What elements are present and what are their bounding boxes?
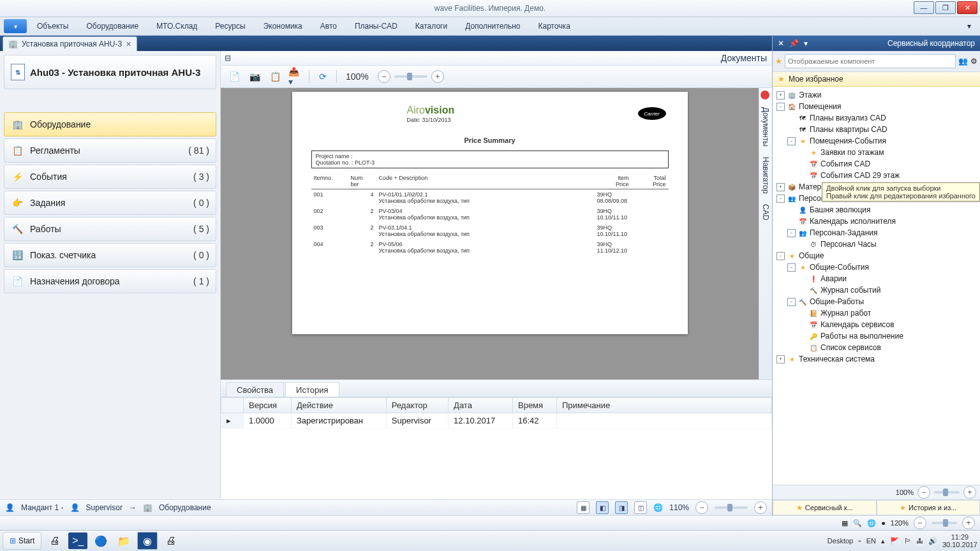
tree-toggle-icon[interactable]: + <box>776 91 785 99</box>
tree-node[interactable]: +★Техническая система <box>774 353 979 365</box>
view-icon[interactable]: ◨ <box>615 501 628 514</box>
status-icon[interactable]: 🌐 <box>867 519 876 527</box>
dropdown-icon[interactable]: ▾ <box>804 39 808 48</box>
zoom-slider[interactable] <box>932 522 957 524</box>
tree-toggle-icon[interactable]: - <box>776 252 785 260</box>
tree-node[interactable]: -👥Персонал-Задания <box>774 227 979 239</box>
panel-tab-service[interactable]: ★Сервисный к... <box>773 500 877 515</box>
star-icon[interactable]: ★ <box>775 57 782 66</box>
new-doc-icon[interactable]: 📄 <box>227 70 241 84</box>
sidebar-item[interactable]: ⚡События( 3 ) <box>4 165 216 189</box>
pin-icon[interactable]: ⊟ <box>225 54 231 62</box>
tree-toggle-icon[interactable]: - <box>787 229 796 237</box>
sidebar-item[interactable]: 📋Регламенты( 81 ) <box>4 138 216 163</box>
taskbar-chrome-icon[interactable]: 🔵 <box>91 533 110 549</box>
col-version[interactable]: Версия <box>244 398 292 413</box>
sidebar-item[interactable]: 🏢Оборудование <box>4 112 216 136</box>
grid-row[interactable]: ▸ 1.0000ЗарегистрированSupervisor 12.10.… <box>221 413 772 429</box>
camera-icon[interactable]: 📷 <box>248 70 262 84</box>
tree-node[interactable]: 📅Календарь исполнителя <box>774 216 979 227</box>
side-tab-navigator[interactable]: Навигатор <box>761 157 770 194</box>
status-icon[interactable]: ▦ <box>842 519 848 527</box>
zoom-out-button[interactable]: − <box>914 517 926 529</box>
menu-item[interactable]: Карточка <box>530 19 579 33</box>
tree-node[interactable]: -★Общие-События <box>774 261 979 273</box>
col-action[interactable]: Действие <box>291 398 386 413</box>
tree-node[interactable]: 🗺Планы квартиры CAD <box>774 124 979 135</box>
tree-node[interactable]: 📅События CAD <box>774 158 979 170</box>
tree-toggle-icon[interactable]: - <box>776 103 785 111</box>
maximize-button[interactable]: ❐ <box>935 1 956 14</box>
menu-item[interactable]: Экономика <box>255 19 311 33</box>
tree-node[interactable]: 👤Башня эволюция <box>774 204 979 216</box>
view-icon[interactable]: ◫ <box>634 501 647 514</box>
tree-node[interactable]: 📅События CAD 29 этаж <box>774 170 979 181</box>
document-tab[interactable]: 🏢 Установка приточная AHU-3 ✕ <box>3 36 137 51</box>
tree[interactable]: Двойной клик для запуска выборкиПравый к… <box>773 87 980 485</box>
tray-network-icon[interactable]: 🖧 <box>916 537 923 545</box>
tree-node[interactable]: 🔑Работы на выполнение <box>774 330 979 342</box>
zoom-in-button[interactable]: + <box>754 501 767 514</box>
taskbar-explorer-icon[interactable]: 📁 <box>114 533 133 549</box>
clipboard-icon[interactable]: 📋 <box>268 70 282 84</box>
sidebar-item[interactable]: 🔢Показ. счетчика( 0 ) <box>4 243 216 267</box>
panel-tab-history[interactable]: ★История и из... <box>877 500 981 515</box>
zoom-slider[interactable] <box>394 75 427 78</box>
tree-node[interactable]: -★Общие <box>774 250 979 261</box>
zoom-slider[interactable] <box>934 491 960 494</box>
col-time[interactable]: Время <box>512 398 556 413</box>
view-icon[interactable]: ▦ <box>577 501 590 514</box>
export-icon[interactable]: 📤▾ <box>288 70 302 84</box>
tree-node[interactable]: 🔨Журнал событий <box>774 284 979 296</box>
users-icon[interactable]: 👥 <box>958 57 968 66</box>
col-editor[interactable]: Редактор <box>386 398 448 413</box>
tree-toggle-icon[interactable]: + <box>776 183 785 191</box>
tree-node[interactable]: ★Заявки по этажам <box>774 147 979 158</box>
menu-item[interactable]: Ресурсы <box>206 19 254 33</box>
refresh-icon[interactable]: ⟳ <box>316 70 330 84</box>
zoom-out-button[interactable]: − <box>695 501 708 514</box>
tree-node[interactable]: -🔨Общие-Работы <box>774 296 979 307</box>
tree-toggle-icon[interactable]: - <box>787 298 796 306</box>
col-date[interactable]: Дата <box>449 398 513 413</box>
tray-sound-icon[interactable]: 🔊 <box>928 537 937 545</box>
zoom-in-button[interactable]: + <box>963 486 976 499</box>
taskbar-printer2-icon[interactable]: 🖨 <box>161 533 181 549</box>
zoom-out-button[interactable]: − <box>917 486 930 499</box>
app-menu-button[interactable]: ▾ <box>4 19 27 33</box>
tree-node[interactable]: +🏢Этажи <box>774 89 979 101</box>
menu-item[interactable]: Каталоги <box>406 19 456 33</box>
close-panel-icon[interactable]: ✕ <box>778 39 784 48</box>
taskbar-printer-icon[interactable]: 🖨 <box>45 533 64 549</box>
status-icon[interactable]: 🔍 <box>853 519 862 527</box>
sidebar-item[interactable]: 👉Задания( 0 ) <box>4 191 216 215</box>
tree-node[interactable]: ❗Аварии <box>774 273 979 284</box>
clock-date[interactable]: 30.10.2017 <box>942 541 977 548</box>
col-note[interactable]: Примечание <box>557 398 772 413</box>
sidebar-item[interactable]: 🔨Работы( 5 ) <box>4 217 216 241</box>
menu-overflow[interactable]: ▾ <box>962 19 976 33</box>
zoom-out-button[interactable]: − <box>378 70 390 83</box>
tree-toggle-icon[interactable]: - <box>787 263 796 272</box>
language-indicator[interactable]: EN <box>866 537 876 545</box>
tree-node[interactable]: 📋Список сервисов <box>774 342 979 353</box>
side-tab-cad[interactable]: CAD <box>761 204 770 220</box>
side-tab-documents[interactable]: Документы <box>761 107 770 147</box>
clock-time[interactable]: 11:29 <box>942 533 977 541</box>
status-icon[interactable]: ● <box>881 519 886 527</box>
menu-item[interactable]: Оборудование <box>78 19 148 33</box>
menu-item[interactable]: Дополнительно <box>456 19 529 33</box>
menu-item[interactable]: МТО.Склад <box>147 19 206 33</box>
sidebar-item[interactable]: 📄Назначения договора( 1 ) <box>4 269 216 293</box>
history-grid[interactable]: Версия Действие Редактор Дата Время Прим… <box>221 397 772 499</box>
tree-node[interactable]: ⏱Персонал Часы <box>774 239 979 250</box>
tree-toggle-icon[interactable]: - <box>787 137 796 145</box>
start-button[interactable]: ⊞ Start <box>3 532 41 550</box>
close-button[interactable]: ✕ <box>957 1 977 14</box>
tray-icon[interactable]: ▴ <box>881 537 885 545</box>
tray-flag-icon[interactable]: 🏳 <box>904 537 911 545</box>
tree-node[interactable]: 📅Календарь сервисов <box>774 319 979 330</box>
globe-icon[interactable]: 🌐 <box>653 503 663 512</box>
tab-history[interactable]: История <box>285 382 339 397</box>
minimize-button[interactable]: — <box>914 1 934 14</box>
